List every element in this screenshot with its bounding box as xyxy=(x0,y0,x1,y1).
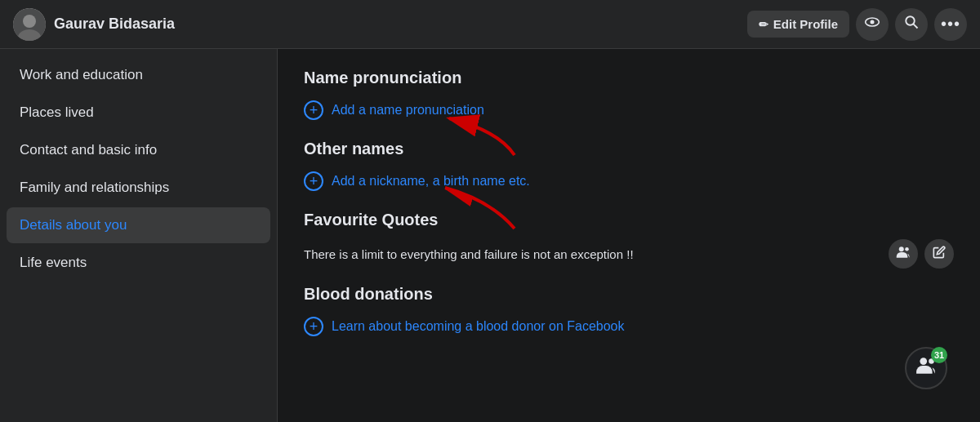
header: Gaurav Bidasaria ✏ Edit Profile • xyxy=(0,0,980,49)
add-name-pronunciation-link[interactable]: + Add a name pronunciation xyxy=(304,97,954,123)
quote-edit-button[interactable] xyxy=(924,239,954,269)
eye-icon xyxy=(864,14,880,34)
plus-circle-icon: + xyxy=(304,100,323,120)
sidebar-item-life-events[interactable]: Life events xyxy=(7,245,270,281)
sidebar: Work and education Places lived Contact … xyxy=(0,49,278,422)
add-name-pronunciation-label: Add a name pronunciation xyxy=(332,103,484,118)
people-icon xyxy=(896,245,911,263)
svg-point-5 xyxy=(906,16,915,25)
avatar-image xyxy=(13,8,46,41)
favourite-quotes-section: Favourite Quotes There is a limit to eve… xyxy=(304,211,954,269)
blood-donor-link[interactable]: + Learn about becoming a blood donor on … xyxy=(304,313,954,340)
header-left: Gaurav Bidasaria xyxy=(13,8,747,41)
favourite-quotes-title: Favourite Quotes xyxy=(304,211,954,229)
plus-circle-icon-3: + xyxy=(304,317,323,336)
sidebar-item-contact-basic-info[interactable]: Contact and basic info xyxy=(7,132,270,168)
blood-donor-label: Learn about becoming a blood donor on Fa… xyxy=(332,319,624,334)
quote-row: There is a limit to everything and failu… xyxy=(304,239,954,269)
header-right: ✏ Edit Profile ••• xyxy=(747,8,967,41)
header-username: Gaurav Bidasaria xyxy=(54,16,175,33)
sidebar-item-work-education[interactable]: Work and education xyxy=(7,57,270,93)
sidebar-item-details-about-you[interactable]: Details about you xyxy=(7,207,270,243)
sidebar-item-places-lived[interactable]: Places lived xyxy=(7,95,270,131)
svg-point-11 xyxy=(920,358,927,365)
more-icon: ••• xyxy=(941,15,960,33)
floating-group-button[interactable]: 31 xyxy=(905,347,947,389)
other-names-title: Other names xyxy=(304,140,954,158)
avatar xyxy=(13,8,46,41)
svg-point-8 xyxy=(905,247,909,251)
add-nickname-label: Add a nickname, a birth name etc. xyxy=(332,174,530,189)
svg-point-7 xyxy=(899,247,904,251)
quote-audience-button[interactable] xyxy=(889,239,918,269)
quote-actions xyxy=(889,239,954,269)
svg-point-1 xyxy=(23,15,36,28)
edit-profile-button[interactable]: ✏ Edit Profile xyxy=(747,11,849,38)
edit-icon: ✏ xyxy=(759,18,768,31)
blood-donations-section: Blood donations + Learn about becoming a… xyxy=(304,285,954,340)
eye-button[interactable] xyxy=(856,8,889,41)
search-icon xyxy=(904,15,919,33)
floating-group-container: 31 xyxy=(921,363,964,406)
content-area: Name pronunciation + Add a name pronunci… xyxy=(278,49,980,422)
svg-line-6 xyxy=(914,24,918,29)
notification-badge: 31 xyxy=(931,347,947,363)
name-pronunciation-title: Name pronunciation xyxy=(304,69,954,87)
name-pronunciation-section: Name pronunciation + Add a name pronunci… xyxy=(304,69,954,123)
search-button[interactable] xyxy=(895,8,928,41)
pencil-icon xyxy=(933,246,946,262)
plus-circle-icon-2: + xyxy=(304,171,323,191)
quote-text: There is a limit to everything and failu… xyxy=(304,247,879,261)
more-button[interactable]: ••• xyxy=(934,8,967,41)
other-names-section: Other names + Add a nickname, a birth na… xyxy=(304,140,954,194)
blood-donations-title: Blood donations xyxy=(304,285,954,304)
add-nickname-link[interactable]: + Add a nickname, a birth name etc. xyxy=(304,168,954,194)
svg-point-4 xyxy=(871,20,875,24)
sidebar-item-family-relationships[interactable]: Family and relationships xyxy=(7,170,270,206)
edit-profile-label: Edit Profile xyxy=(773,17,838,31)
main-content: Work and education Places lived Contact … xyxy=(0,49,980,422)
